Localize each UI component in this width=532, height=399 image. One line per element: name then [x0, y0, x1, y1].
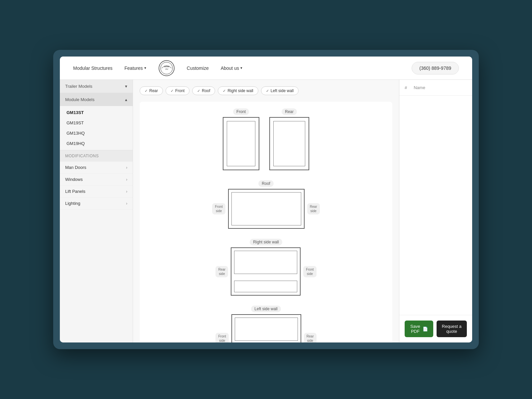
module-models-section: Module Models ▴ GM13ST GM19ST GM13HQ GM1…: [60, 93, 133, 150]
roof-label: Roof: [258, 180, 273, 187]
model-item-gm19st[interactable]: GM19ST: [60, 118, 133, 128]
roof-blueprint: [228, 189, 305, 229]
rear-blueprint: [269, 117, 309, 170]
roof-inner-frame: [231, 192, 301, 225]
request-quote-button[interactable]: Request a quote: [437, 321, 467, 337]
mod-item-lift-panels[interactable]: Lift Panels ›: [60, 186, 133, 198]
module-models-header[interactable]: Module Models ▴: [60, 93, 133, 106]
filter-bar: ✓ Rear ✓ Front ✓ Roof ✓ Right side wall: [140, 86, 392, 95]
modifications-header: Modifications: [60, 150, 133, 162]
front-rear-row: Front Rear: [146, 108, 386, 170]
model-item-gm13st[interactable]: GM13ST: [60, 107, 133, 118]
front-label: Front: [233, 108, 249, 115]
filter-chip-right-wall[interactable]: ✓ Right side wall: [218, 86, 258, 95]
right-wall-section: Right side wall Rearside Frontside: [146, 239, 386, 296]
rear-label: Rear: [282, 108, 297, 115]
right-wall-front-label: Frontside: [303, 266, 316, 277]
left-wall-blueprint: [231, 314, 301, 342]
model-item-gm19hq[interactable]: GM19HQ: [60, 138, 133, 149]
left-wall-section: Left side wall Frontside Rearside: [146, 306, 386, 342]
diagram-container: Front Rear: [140, 102, 392, 342]
module-models-chevron-icon: ▴: [125, 97, 127, 102]
mod-item-man-doors[interactable]: Man Doors ›: [60, 162, 133, 174]
save-pdf-icon: 📄: [423, 327, 428, 332]
right-wall-inner-bottom: [234, 281, 297, 292]
trailer-models-header[interactable]: Trailer Models ▾: [60, 80, 133, 93]
content-area: ✓ Rear ✓ Front ✓ Roof ✓ Right side wall: [133, 80, 399, 342]
right-panel: # Name Save PDF 📄 Request a quote: [399, 80, 472, 342]
right-panel-header: # Name: [399, 80, 472, 96]
left-wall-check-icon: ✓: [266, 89, 269, 93]
mod-items-list: Man Doors › Windows › Lift Panels › Ligh…: [60, 162, 133, 209]
rear-inner-frame: [273, 121, 305, 166]
main-layout: Trailer Models ▾ Module Models ▴ GM13ST …: [60, 80, 472, 342]
nav-item-about-us[interactable]: About us ▾: [221, 66, 242, 71]
nav-right: (360) 889-9789: [412, 62, 459, 74]
windows-chevron-icon: ›: [126, 177, 127, 182]
logo-icon: Good .RV: [158, 60, 175, 76]
roof-rear-side-label: Rearside: [307, 203, 320, 214]
front-blueprint: [223, 117, 259, 170]
about-chevron-icon: ▾: [240, 66, 242, 70]
trailer-models-section: Trailer Models ▾: [60, 80, 133, 93]
phone-button[interactable]: (360) 889-9789: [412, 62, 459, 74]
roof-front-side-label: Frontside: [212, 203, 225, 214]
col-name: Name: [414, 85, 425, 90]
mod-item-lighting[interactable]: Lighting ›: [60, 198, 133, 209]
nav-item-modular-structures[interactable]: Modular Structures: [73, 66, 112, 71]
right-wall-blueprint: [231, 247, 301, 296]
left-wall-diagram: Frontside Rearside: [215, 314, 316, 342]
right-wall-diagram: Rearside Frontside: [215, 247, 316, 296]
right-panel-content: [399, 96, 472, 315]
svg-text:.RV: .RV: [165, 68, 168, 70]
lighting-chevron-icon: ›: [126, 201, 127, 206]
filter-chip-left-wall[interactable]: ✓ Left side wall: [261, 86, 299, 95]
navbar: Modular Structures Features ▾ Good .RV C…: [60, 57, 472, 80]
filter-chip-front[interactable]: ✓ Front: [166, 86, 190, 95]
device-frame: Modular Structures Features ▾ Good .RV C…: [53, 50, 479, 349]
sidebar: Trailer Models ▾ Module Models ▴ GM13ST …: [60, 80, 133, 342]
front-panel-diagram: Front: [223, 108, 259, 170]
filter-chip-rear[interactable]: ✓ Rear: [140, 86, 163, 95]
roof-diagram: Frontside Rearside: [212, 189, 320, 229]
left-wall-label: Left side wall: [251, 306, 281, 312]
nav-item-customize[interactable]: Customize: [187, 66, 209, 71]
model-item-gm13hq[interactable]: GM13HQ: [60, 128, 133, 138]
right-wall-label: Right side wall: [250, 239, 282, 245]
rear-panel-diagram: Rear: [269, 108, 309, 170]
left-wall-inner-top: [235, 318, 298, 341]
trailer-models-chevron-icon: ▾: [125, 84, 127, 89]
left-wall-rear-label: Rearside: [304, 333, 317, 343]
roof-section: Roof Frontside Rearside: [146, 180, 386, 229]
man-doors-chevron-icon: ›: [126, 165, 127, 170]
right-wall-rear-label: Rearside: [215, 266, 228, 277]
rear-check-icon: ✓: [145, 89, 148, 93]
nav-item-features[interactable]: Features ▾: [124, 66, 146, 71]
right-wall-inner-top: [234, 251, 297, 274]
right-wall-check-icon: ✓: [223, 89, 226, 93]
front-inner-frame: [227, 121, 255, 166]
nav-left: Modular Structures Features ▾ Good .RV C…: [73, 60, 242, 76]
features-chevron-icon: ▾: [144, 66, 146, 70]
col-hash: #: [405, 85, 407, 90]
mod-item-windows[interactable]: Windows ›: [60, 174, 133, 186]
right-panel-footer: Save PDF 📄 Request a quote: [399, 315, 472, 342]
models-list: GM13ST GM19ST GM13HQ GM19HQ: [60, 106, 133, 150]
save-pdf-button[interactable]: Save PDF 📄: [405, 321, 433, 337]
app-container: Modular Structures Features ▾ Good .RV C…: [60, 57, 472, 342]
front-check-icon: ✓: [171, 89, 174, 93]
left-wall-front-label: Frontside: [215, 333, 228, 343]
lift-panels-chevron-icon: ›: [126, 189, 127, 194]
roof-check-icon: ✓: [197, 89, 200, 93]
filter-chip-roof[interactable]: ✓ Roof: [192, 86, 215, 95]
